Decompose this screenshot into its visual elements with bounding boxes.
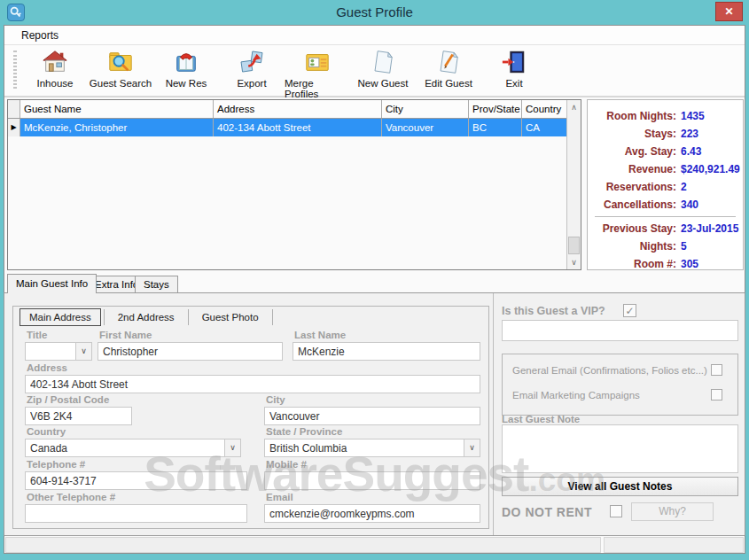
inhouse-button[interactable]: Inhouse bbox=[22, 49, 88, 95]
guest-profile-window: Guest Profile ✕ Reports Inhouse Guest Se… bbox=[0, 0, 749, 560]
zip-label: Zip / Postal Code bbox=[27, 394, 109, 405]
new-res-button[interactable]: New Res bbox=[153, 49, 219, 95]
toolbar-button-label: Merge Profiles bbox=[285, 78, 350, 99]
chevron-down-icon[interactable]: ∨ bbox=[464, 439, 480, 456]
zip-field[interactable] bbox=[25, 407, 132, 425]
row-indicator-column-header bbox=[8, 100, 20, 118]
house-icon bbox=[42, 49, 68, 77]
stat-previous-stay: Previous Stay:23-Jul-2015 bbox=[588, 220, 743, 237]
why-button[interactable]: Why? bbox=[631, 502, 714, 521]
last-guest-note-label: Last Guest Note bbox=[502, 414, 580, 424]
exit-door-icon bbox=[501, 49, 527, 77]
country-label: Country bbox=[27, 426, 66, 437]
tab-guest-photo[interactable]: Guest Photo bbox=[191, 309, 269, 325]
toolbar-button-label: New Guest bbox=[358, 78, 409, 89]
city-label: City bbox=[266, 394, 285, 405]
menu-item-reports[interactable]: Reports bbox=[18, 26, 62, 45]
mobile-field[interactable] bbox=[264, 471, 480, 490]
cell-prov-state: BC bbox=[469, 119, 522, 136]
address-label: Address bbox=[27, 362, 67, 373]
column-header-city[interactable]: City bbox=[382, 100, 469, 118]
toolbar-button-label: New Res bbox=[166, 78, 207, 89]
state-label: State / Province bbox=[266, 426, 342, 437]
cell-address: 402-134 Abott Street bbox=[214, 119, 382, 136]
mobile-label: Mobile # bbox=[266, 459, 307, 470]
email-prefs-groupbox bbox=[502, 354, 738, 416]
address-tab-divider bbox=[188, 309, 189, 325]
row-pointer-icon: ▶ bbox=[8, 119, 20, 136]
exit-button[interactable]: Exit bbox=[481, 49, 547, 95]
address-tab-strip: Main Address 2nd Address Guest Photo bbox=[16, 307, 279, 328]
do-not-rent-checkbox[interactable] bbox=[610, 505, 622, 517]
city-field[interactable] bbox=[264, 407, 480, 425]
merge-profiles-button[interactable]: Merge Profiles bbox=[285, 49, 350, 95]
chevron-down-icon[interactable]: ∨ bbox=[75, 343, 91, 360]
tab-main-address[interactable]: Main Address bbox=[20, 308, 101, 326]
tab-2nd-address[interactable]: 2nd Address bbox=[107, 309, 185, 325]
edit-page-icon bbox=[435, 49, 462, 77]
edit-guest-button[interactable]: Edit Guest bbox=[416, 49, 481, 95]
column-header-prov-state[interactable]: Prov/State bbox=[469, 100, 522, 118]
scrollbar-thumb[interactable] bbox=[568, 237, 580, 254]
table-row[interactable]: ▶ McKenzie, Christopher 402-134 Abott St… bbox=[8, 119, 581, 136]
status-bar-right bbox=[604, 537, 744, 553]
export-icon bbox=[238, 49, 265, 77]
cell-guest-name: McKenzie, Christopher bbox=[20, 119, 214, 136]
stat-room-nights: Room Nights:1435 bbox=[588, 107, 743, 125]
close-button[interactable]: ✕ bbox=[715, 2, 743, 21]
last-name-label: Last Name bbox=[294, 330, 346, 340]
email-label: Email bbox=[266, 492, 293, 502]
general-email-checkbox[interactable] bbox=[711, 364, 722, 376]
toolbar-buttons: Inhouse Guest Search New Res Export Merg… bbox=[22, 49, 547, 95]
toolbar: Inhouse Guest Search New Res Export Merg… bbox=[4, 45, 745, 97]
menu-bar: Reports bbox=[4, 26, 745, 45]
do-not-rent-label: DO NOT RENT bbox=[502, 505, 592, 519]
scroll-down-icon[interactable]: ∨ bbox=[567, 255, 581, 269]
stat-stays: Stays:223 bbox=[588, 125, 743, 143]
column-header-address[interactable]: Address bbox=[214, 100, 382, 118]
country-select[interactable]: Canada ∨ bbox=[25, 439, 241, 457]
stat-reservations: Reservations:2 bbox=[588, 178, 743, 196]
stat-revenue: Revenue:$240,921.49 bbox=[588, 160, 743, 178]
tab-stays[interactable]: Stays bbox=[135, 276, 178, 293]
chevron-down-icon[interactable]: ∨ bbox=[224, 439, 240, 456]
stat-room-number: Room #:305 bbox=[588, 255, 743, 273]
stats-divider bbox=[595, 216, 736, 217]
export-button[interactable]: Export bbox=[219, 49, 285, 95]
email-field[interactable] bbox=[264, 504, 480, 523]
guest-search-button[interactable]: Guest Search bbox=[88, 49, 153, 95]
other-telephone-field[interactable] bbox=[25, 504, 247, 523]
address-tab-divider bbox=[272, 309, 273, 325]
column-header-guest-name[interactable]: Guest Name bbox=[20, 100, 214, 118]
vip-checkbox[interactable]: ✓ bbox=[623, 304, 636, 317]
new-guest-button[interactable]: New Guest bbox=[350, 49, 416, 95]
phone-book-icon bbox=[173, 49, 199, 77]
state-select[interactable]: British Columbia ∨ bbox=[264, 439, 480, 457]
tab-main-guest-info[interactable]: Main Guest Info bbox=[7, 274, 97, 293]
guest-results-table: Guest Name Address City Prov/State Count… bbox=[7, 99, 581, 270]
vip-note-field[interactable] bbox=[502, 320, 738, 341]
last-guest-note-textarea[interactable] bbox=[502, 424, 738, 473]
title-select[interactable]: ∨ bbox=[25, 342, 92, 361]
address-tab-divider bbox=[104, 309, 105, 325]
telephone-field[interactable] bbox=[25, 471, 247, 490]
title-bar: Guest Profile ✕ bbox=[0, 0, 749, 25]
first-name-field[interactable] bbox=[98, 342, 283, 361]
scroll-up-icon[interactable]: ∧ bbox=[567, 100, 581, 114]
toolbar-grip-handle[interactable] bbox=[13, 51, 17, 89]
stat-cancellations: Cancellations:340 bbox=[588, 196, 743, 214]
title-label: Title bbox=[27, 330, 47, 340]
window-title: Guest Profile bbox=[0, 4, 749, 19]
general-email-label: General Email (Confirmations, Folios etc… bbox=[512, 365, 707, 376]
toolbar-button-label: Inhouse bbox=[37, 78, 74, 89]
toolbar-button-label: Export bbox=[237, 78, 266, 89]
email-marketing-checkbox[interactable] bbox=[711, 389, 722, 401]
new-page-icon bbox=[370, 49, 396, 77]
table-scrollbar[interactable]: ∧ ∨ bbox=[566, 100, 581, 269]
last-name-field[interactable] bbox=[293, 342, 480, 361]
first-name-label: First Name bbox=[99, 330, 152, 340]
address-field[interactable] bbox=[25, 375, 480, 393]
view-all-guest-notes-button[interactable]: View all Guest Notes bbox=[502, 477, 738, 496]
merge-profiles-icon bbox=[304, 49, 331, 77]
email-marketing-label: Email Marketing Campaigns bbox=[512, 390, 640, 401]
